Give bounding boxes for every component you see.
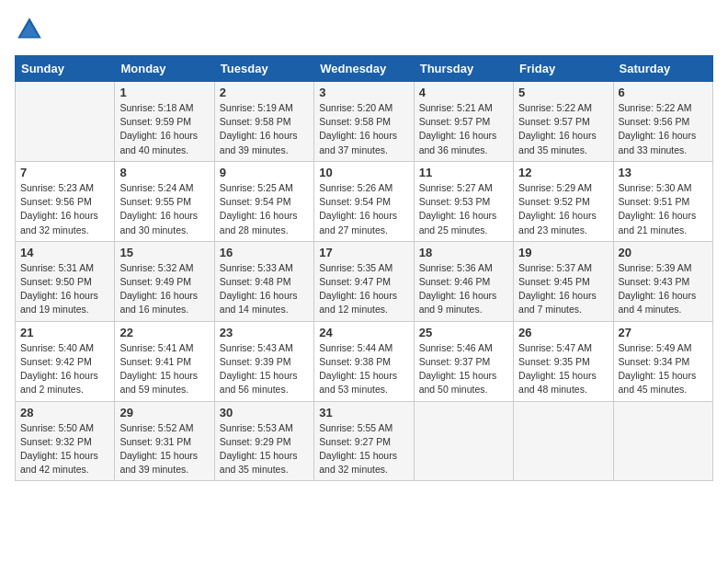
day-number: 20 (619, 246, 708, 259)
day-number: 8 (119, 166, 209, 179)
day-info: Sunrise: 5:29 AM Sunset: 9:52 PM Dayligh… (518, 181, 608, 237)
weekday-header-wednesday: Wednesday (314, 56, 414, 82)
day-number: 18 (419, 246, 508, 259)
day-number: 10 (319, 166, 408, 179)
day-number: 11 (419, 166, 508, 179)
day-info: Sunrise: 5:24 AM Sunset: 9:55 PM Dayligh… (119, 181, 209, 237)
day-info: Sunrise: 5:33 AM Sunset: 9:48 PM Dayligh… (220, 261, 309, 317)
day-number: 4 (419, 86, 508, 99)
calendar-cell: 18Sunrise: 5:36 AM Sunset: 9:46 PM Dayli… (414, 241, 513, 321)
calendar-cell: 8Sunrise: 5:24 AM Sunset: 9:55 PM Daylig… (115, 161, 214, 241)
calendar-cell: 13Sunrise: 5:30 AM Sunset: 9:51 PM Dayli… (613, 161, 712, 241)
weekday-header-friday: Friday (514, 56, 613, 82)
day-number: 1 (119, 86, 209, 99)
weekday-header-tuesday: Tuesday (214, 56, 313, 82)
day-info: Sunrise: 5:22 AM Sunset: 9:57 PM Dayligh… (518, 101, 608, 157)
calendar-cell: 17Sunrise: 5:35 AM Sunset: 9:47 PM Dayli… (314, 241, 414, 321)
day-number: 7 (20, 166, 109, 179)
day-number: 9 (220, 166, 309, 179)
calendar-cell: 26Sunrise: 5:47 AM Sunset: 9:35 PM Dayli… (514, 321, 613, 401)
day-info: Sunrise: 5:22 AM Sunset: 9:56 PM Dayligh… (619, 101, 708, 157)
calendar-week-row: 21Sunrise: 5:40 AM Sunset: 9:42 PM Dayli… (16, 321, 713, 401)
calendar-cell: 12Sunrise: 5:29 AM Sunset: 9:52 PM Dayli… (514, 161, 613, 241)
day-info: Sunrise: 5:20 AM Sunset: 9:58 PM Dayligh… (319, 101, 408, 157)
calendar-week-row: 7Sunrise: 5:23 AM Sunset: 9:56 PM Daylig… (16, 161, 713, 241)
calendar-cell: 29Sunrise: 5:52 AM Sunset: 9:31 PM Dayli… (115, 401, 214, 481)
weekday-header-row: SundayMondayTuesdayWednesdayThursdayFrid… (16, 56, 713, 82)
weekday-header-monday: Monday (115, 56, 214, 82)
calendar-table: SundayMondayTuesdayWednesdayThursdayFrid… (15, 55, 713, 481)
calendar-cell: 3Sunrise: 5:20 AM Sunset: 9:58 PM Daylig… (314, 82, 414, 162)
calendar-cell: 22Sunrise: 5:41 AM Sunset: 9:41 PM Dayli… (115, 321, 214, 401)
logo (15, 15, 48, 44)
calendar-cell: 16Sunrise: 5:33 AM Sunset: 9:48 PM Dayli… (214, 241, 313, 321)
calendar-cell: 27Sunrise: 5:49 AM Sunset: 9:34 PM Dayli… (613, 321, 712, 401)
day-info: Sunrise: 5:19 AM Sunset: 9:58 PM Dayligh… (220, 101, 309, 157)
day-number: 19 (518, 246, 608, 259)
day-number: 24 (319, 326, 408, 339)
day-info: Sunrise: 5:49 AM Sunset: 9:34 PM Dayligh… (619, 341, 708, 397)
weekday-header-saturday: Saturday (613, 56, 712, 82)
day-number: 29 (119, 406, 209, 419)
day-info: Sunrise: 5:37 AM Sunset: 9:45 PM Dayligh… (518, 261, 608, 317)
calendar-cell: 5Sunrise: 5:22 AM Sunset: 9:57 PM Daylig… (514, 82, 613, 162)
day-info: Sunrise: 5:53 AM Sunset: 9:29 PM Dayligh… (220, 421, 309, 477)
calendar-cell (613, 401, 712, 481)
calendar-week-row: 28Sunrise: 5:50 AM Sunset: 9:32 PM Dayli… (16, 401, 713, 481)
day-number: 2 (220, 86, 309, 99)
day-number: 23 (220, 326, 309, 339)
day-number: 3 (319, 86, 408, 99)
calendar-cell: 10Sunrise: 5:26 AM Sunset: 9:54 PM Dayli… (314, 161, 414, 241)
day-number: 5 (518, 86, 608, 99)
day-info: Sunrise: 5:30 AM Sunset: 9:51 PM Dayligh… (619, 181, 708, 237)
day-number: 13 (619, 166, 708, 179)
calendar-cell: 21Sunrise: 5:40 AM Sunset: 9:42 PM Dayli… (16, 321, 115, 401)
day-number: 28 (20, 406, 109, 419)
calendar-cell: 14Sunrise: 5:31 AM Sunset: 9:50 PM Dayli… (16, 241, 115, 321)
day-info: Sunrise: 5:52 AM Sunset: 9:31 PM Dayligh… (119, 421, 209, 477)
day-info: Sunrise: 5:40 AM Sunset: 9:42 PM Dayligh… (20, 341, 109, 397)
day-number: 25 (419, 326, 508, 339)
calendar-cell: 2Sunrise: 5:19 AM Sunset: 9:58 PM Daylig… (214, 82, 313, 162)
calendar-week-row: 14Sunrise: 5:31 AM Sunset: 9:50 PM Dayli… (16, 241, 713, 321)
calendar-cell: 20Sunrise: 5:39 AM Sunset: 9:43 PM Dayli… (613, 241, 712, 321)
weekday-header-thursday: Thursday (414, 56, 513, 82)
day-info: Sunrise: 5:55 AM Sunset: 9:27 PM Dayligh… (319, 421, 408, 477)
calendar-cell: 11Sunrise: 5:27 AM Sunset: 9:53 PM Dayli… (414, 161, 513, 241)
day-info: Sunrise: 5:41 AM Sunset: 9:41 PM Dayligh… (119, 341, 209, 397)
day-info: Sunrise: 5:36 AM Sunset: 9:46 PM Dayligh… (419, 261, 508, 317)
calendar-cell: 4Sunrise: 5:21 AM Sunset: 9:57 PM Daylig… (414, 82, 513, 162)
calendar-cell: 24Sunrise: 5:44 AM Sunset: 9:38 PM Dayli… (314, 321, 414, 401)
day-info: Sunrise: 5:44 AM Sunset: 9:38 PM Dayligh… (319, 341, 408, 397)
calendar-cell: 31Sunrise: 5:55 AM Sunset: 9:27 PM Dayli… (314, 401, 414, 481)
day-number: 31 (319, 406, 408, 419)
calendar-cell: 28Sunrise: 5:50 AM Sunset: 9:32 PM Dayli… (16, 401, 115, 481)
day-info: Sunrise: 5:39 AM Sunset: 9:43 PM Dayligh… (619, 261, 708, 317)
day-info: Sunrise: 5:32 AM Sunset: 9:49 PM Dayligh… (119, 261, 209, 317)
weekday-header-sunday: Sunday (16, 56, 115, 82)
day-info: Sunrise: 5:23 AM Sunset: 9:56 PM Dayligh… (20, 181, 109, 237)
day-info: Sunrise: 5:50 AM Sunset: 9:32 PM Dayligh… (20, 421, 109, 477)
day-info: Sunrise: 5:46 AM Sunset: 9:37 PM Dayligh… (419, 341, 508, 397)
calendar-week-row: 1Sunrise: 5:18 AM Sunset: 9:59 PM Daylig… (16, 82, 713, 162)
day-number: 21 (20, 326, 109, 339)
calendar-cell (16, 82, 115, 162)
day-info: Sunrise: 5:26 AM Sunset: 9:54 PM Dayligh… (319, 181, 408, 237)
calendar-cell: 6Sunrise: 5:22 AM Sunset: 9:56 PM Daylig… (613, 82, 712, 162)
calendar-cell: 15Sunrise: 5:32 AM Sunset: 9:49 PM Dayli… (115, 241, 214, 321)
calendar-cell: 30Sunrise: 5:53 AM Sunset: 9:29 PM Dayli… (214, 401, 313, 481)
day-number: 12 (518, 166, 608, 179)
day-number: 26 (518, 326, 608, 339)
logo-icon (15, 15, 44, 44)
day-number: 6 (619, 86, 708, 99)
day-info: Sunrise: 5:35 AM Sunset: 9:47 PM Dayligh… (319, 261, 408, 317)
calendar-cell: 7Sunrise: 5:23 AM Sunset: 9:56 PM Daylig… (16, 161, 115, 241)
calendar-cell: 23Sunrise: 5:43 AM Sunset: 9:39 PM Dayli… (214, 321, 313, 401)
calendar-cell: 1Sunrise: 5:18 AM Sunset: 9:59 PM Daylig… (115, 82, 214, 162)
calendar-cell: 9Sunrise: 5:25 AM Sunset: 9:54 PM Daylig… (214, 161, 313, 241)
calendar-cell: 25Sunrise: 5:46 AM Sunset: 9:37 PM Dayli… (414, 321, 513, 401)
calendar-cell (414, 401, 513, 481)
day-info: Sunrise: 5:21 AM Sunset: 9:57 PM Dayligh… (419, 101, 508, 157)
day-info: Sunrise: 5:25 AM Sunset: 9:54 PM Dayligh… (220, 181, 309, 237)
day-number: 22 (119, 326, 209, 339)
